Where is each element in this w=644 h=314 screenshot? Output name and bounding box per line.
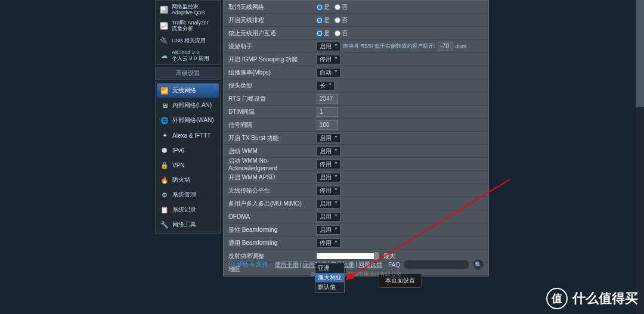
select-input[interactable]: 启用	[317, 147, 340, 156]
nav-item-6[interactable]: 🔥防火墙	[157, 173, 219, 187]
select-input[interactable]: 自动	[317, 68, 340, 77]
region-option-0[interactable]: 亚洲	[315, 263, 344, 273]
top-menu-item-1[interactable]: 📈Traffic Analyzer 流量分析	[157, 18, 219, 33]
help-icon: ⓘ	[228, 260, 234, 269]
radio-opt[interactable]	[317, 17, 323, 23]
setting-value: 停用	[314, 186, 488, 195]
rssi-input[interactable]	[438, 42, 453, 51]
select-input[interactable]: 启用	[317, 212, 340, 222]
select-input[interactable]: 停用	[317, 55, 340, 64]
nav-item-5[interactable]: 🔒VPN	[157, 158, 219, 172]
nav-label: 内部网络(LAN)	[172, 101, 212, 110]
nav-label: Alexa & IFTTT	[172, 132, 210, 139]
search-button[interactable]: 🔍	[473, 259, 484, 270]
text-input[interactable]	[317, 120, 338, 130]
watermark-text: 什么值得买	[572, 290, 638, 307]
setting-label: 开启 WMM APSD	[224, 173, 314, 182]
setting-label: 开启无线排程	[224, 16, 314, 24]
setting-label: 开启 IGMP Snooping 功能	[224, 55, 314, 64]
setting-value: 启用	[314, 199, 488, 209]
faq-search-input[interactable]	[404, 260, 469, 269]
top-menu-label: AiCloud 2.0 个人云 2.0 应用	[172, 49, 209, 61]
top-menu-item-3[interactable]: ☁AiCloud 2.0 个人云 2.0 应用	[157, 48, 219, 63]
scrollbar[interactable]	[636, 0, 644, 314]
setting-value: 是否	[314, 29, 488, 38]
select-input[interactable]: 停用	[317, 160, 340, 169]
top-menu-icon: 🔌	[159, 36, 169, 45]
radio-opt[interactable]	[317, 4, 323, 10]
setting-value: 长	[314, 81, 488, 91]
top-menu-item-0[interactable]: 📊网络监控家 Adaptive QoS	[157, 2, 219, 17]
nav-label: 系统管理	[172, 191, 196, 199]
nav-item-0[interactable]: 📶无线网络	[157, 83, 219, 98]
footer-link-3[interactable]: 问题反馈	[358, 261, 382, 268]
nav-icon: ⚙	[160, 191, 169, 199]
select-input[interactable]: 启用	[317, 199, 340, 209]
radio-group[interactable]: 是否	[317, 29, 348, 38]
select-input[interactable]: 启用	[317, 173, 340, 182]
setting-row-10: 开启 TX Burst 功能启用	[224, 132, 488, 145]
setting-row-15: 多用户多入多出(MU-MIMO)启用	[224, 197, 488, 210]
top-menu-label: Traffic Analyzer 流量分析	[172, 20, 209, 32]
setting-row-4: 开启 IGMP Snooping 功能停用	[224, 53, 488, 66]
radio-group[interactable]: 是否	[317, 16, 348, 24]
copyright: 2019 版权属于 华硕电脑股份有限公司	[224, 271, 488, 278]
region-option-1[interactable]: 澳大利亚	[315, 273, 344, 282]
power-slider[interactable]	[317, 253, 379, 259]
nav-label: 系统记录	[172, 206, 196, 214]
nav-item-7[interactable]: ⚙系统管理	[157, 188, 219, 202]
nav-item-3[interactable]: ✦Alexa & IFTTT	[157, 128, 219, 142]
nav-item-2[interactable]: 🌐外部网络(WAN)	[157, 113, 219, 128]
setting-label: RTS 门槛设置	[224, 95, 314, 103]
setting-value	[314, 120, 488, 130]
nav-icon: ✦	[160, 131, 169, 139]
text-input[interactable]	[317, 94, 338, 104]
select-input[interactable]: 启用	[317, 133, 340, 143]
nav-item-9[interactable]: 🔧网络工具	[157, 217, 219, 232]
radio-group[interactable]: 是否	[317, 3, 348, 11]
radio-opt[interactable]	[335, 4, 340, 10]
radio-opt[interactable]	[335, 30, 340, 36]
nav-item-4[interactable]: ⬢IPv6	[157, 143, 219, 157]
nav-icon: 🔥	[160, 176, 169, 184]
scroll-thumb[interactable]	[636, 0, 644, 107]
footer-link-0[interactable]: 使用手册	[275, 261, 299, 268]
setting-label: 取消无线网络	[224, 3, 314, 11]
setting-label: 多用户多入多出(MU-MIMO)	[224, 200, 314, 208]
radio-opt[interactable]	[335, 17, 340, 23]
setting-value: 启用	[314, 147, 488, 156]
settings-panel: 取消无线网络是否开启无线排程是否禁止无线用户互通是否漫游助手启用自动将 RSSI…	[223, 0, 489, 276]
setting-value: 启用自动将 RSSI 低于右侧数值的客户断开:dBm	[314, 42, 488, 51]
setting-label: 信号间隔	[224, 121, 314, 129]
setting-row-16: OFDMA启用	[224, 210, 488, 223]
select-input[interactable]: 停用	[317, 186, 340, 195]
setting-label: 通用 Beamforming	[224, 239, 314, 247]
region-option-2[interactable]: 默认值	[315, 282, 344, 292]
nav-item-1[interactable]: 🖥内部网络(LAN)	[157, 98, 219, 113]
setting-row-11: 启动 WMM启用	[224, 145, 488, 158]
faq-label: FAQ	[388, 262, 400, 268]
region-dropdown-open[interactable]: 亚洲澳大利亚默认值	[315, 263, 345, 293]
nav-item-8[interactable]: 📋系统记录	[157, 203, 219, 217]
top-menu-item-2[interactable]: 🔌USB 相关应用	[157, 34, 219, 47]
top-menu-icon: 📈	[159, 21, 169, 30]
roam-hint: 自动将 RSSI 低于右侧数值的客户断开:	[343, 42, 435, 50]
setting-row-0: 取消无线网络是否	[224, 1, 488, 14]
setting-value: 停用	[314, 55, 488, 64]
select-input[interactable]: 长	[317, 81, 335, 91]
setting-row-6: 报头类型长	[224, 79, 488, 92]
radio-opt[interactable]	[317, 30, 323, 36]
nav-icon: 📶	[160, 86, 169, 95]
nav-label: 外部网络(WAN)	[172, 116, 214, 125]
nav-icon: 🖥	[160, 101, 169, 110]
select-input[interactable]: 停用	[317, 238, 340, 248]
nav-label: 无线网络	[172, 86, 196, 95]
help-support-link[interactable]: 帮助 & 支持	[237, 260, 268, 269]
watermark-badge: 值	[546, 288, 568, 309]
nav-label: 网络工具	[172, 220, 196, 229]
roam-select[interactable]: 启用	[317, 42, 340, 51]
select-input[interactable]: 启用	[317, 225, 340, 235]
setting-label: 禁止无线用户互通	[224, 29, 314, 38]
setting-label: 显性 Beamforming	[224, 226, 314, 234]
text-input[interactable]	[317, 107, 338, 117]
